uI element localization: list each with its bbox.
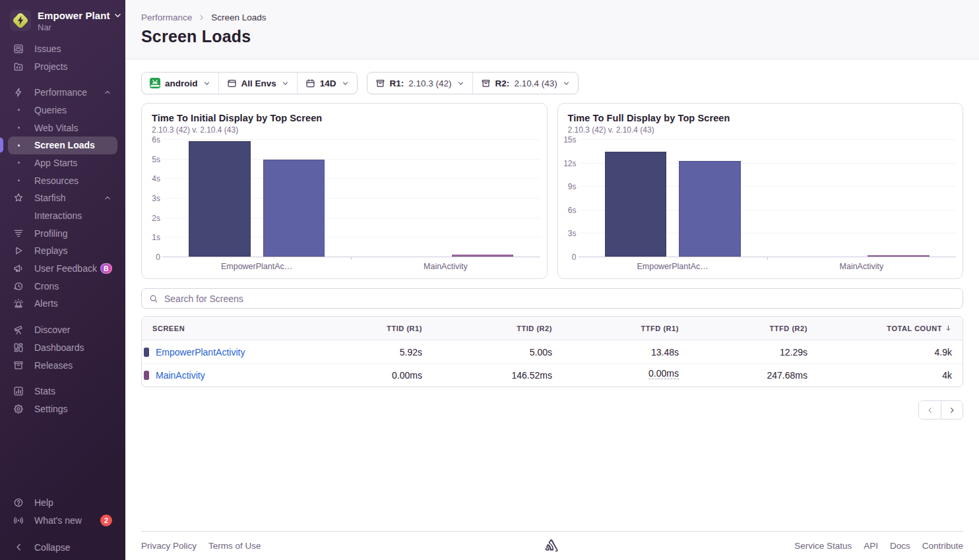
cell-value: 146.52ms [512, 370, 552, 381]
y-axis-tick-label: 2s [152, 214, 160, 222]
x-axis-category-label: MainActivity [767, 262, 956, 271]
sidebar-item-label: Projects [34, 61, 112, 72]
sidebar-collapse-button[interactable]: Collapse [8, 538, 117, 556]
sidebar-item-projects[interactable]: Projects [8, 57, 117, 75]
search-icon [149, 294, 158, 303]
footer-link-api[interactable]: API [864, 541, 878, 551]
screen-link[interactable]: MainActivity [156, 370, 205, 381]
sidebar-item-starfish[interactable]: Starfish [8, 189, 117, 207]
chart-panel-ttid: Time To Initial Display by Top Screen 2.… [141, 103, 548, 279]
footer-link-service-status[interactable]: Service Status [794, 541, 852, 551]
chart-subtitle: 2.10.3 (42) v. 2.10.4 (43) [568, 125, 957, 135]
sidebar-item-issues[interactable]: Issues [8, 40, 117, 58]
y-axis-tick-label: 3s [568, 230, 577, 237]
release2-filter[interactable]: R2: 2.10.4 (43) [472, 73, 578, 94]
bar-empowerplantac-r1[interactable] [189, 141, 251, 257]
next-page-button[interactable] [941, 401, 963, 419]
sidebar-item-label: Replays [34, 245, 112, 256]
breadcrumb-current: Screen Loads [211, 13, 266, 22]
chart-title: Time To Full Display by Top Screen [568, 113, 957, 123]
x-axis-category-label: EmpowerPlantAc… [162, 262, 351, 271]
screen-cell: EmpowerPlantActivity [142, 340, 307, 363]
bar-mainactivity-r2[interactable] [452, 255, 514, 257]
chevron-up-icon [104, 88, 111, 96]
android-platform-icon [150, 78, 160, 88]
previous-page-button[interactable] [919, 401, 941, 419]
sidebar-item-performance[interactable]: Performance [8, 84, 117, 102]
sidebar-bottom: HelpWhat's new2 Collapse [0, 494, 125, 560]
bar-empowerplantac-r2[interactable] [263, 160, 325, 257]
screen-link[interactable]: EmpowerPlantActivity [156, 347, 245, 358]
breadcrumb-performance[interactable]: Performance [141, 13, 192, 22]
footer-link-privacy-policy[interactable]: Privacy Policy [141, 541, 197, 551]
chart-panel-ttfd: Time To Full Display by Top Screen 2.10.… [557, 103, 964, 279]
sidebar-item-web-vitals[interactable]: Web Vitals [8, 119, 117, 137]
table-cell: 12.29s [689, 340, 818, 363]
org-switcher[interactable]: Empower Plant Nar [0, 0, 125, 32]
history-icon [13, 281, 24, 292]
footer-link-terms-of-use[interactable]: Terms of Use [208, 541, 261, 551]
column-header-ttfd-r1-[interactable]: TTFD (R1) [563, 317, 689, 340]
sidebar-item-app-starts[interactable]: App Starts [8, 154, 117, 172]
sidebar-item-discover[interactable]: Discover [8, 321, 117, 339]
sidebar-item-resources[interactable]: Resources [8, 171, 117, 189]
sidebar-item-label: Help [34, 497, 112, 508]
column-header-ttid-r1-[interactable]: TTID (R1) [307, 317, 433, 340]
sidebar-item-stats[interactable]: Stats [8, 383, 117, 400]
column-header-ttid-r2-[interactable]: TTID (R2) [433, 317, 563, 340]
footer-link-contribute[interactable]: Contribute [922, 541, 963, 551]
release1-filter[interactable]: R1: 2.10.3 (42) [367, 73, 472, 94]
table-cell: 247.68ms [689, 363, 818, 387]
dashboards-icon [13, 342, 24, 353]
sidebar-item-label: Alerts [34, 298, 112, 309]
bar-empowerplantac-r1[interactable] [605, 152, 667, 257]
org-avatar [10, 10, 31, 31]
sidebar-item-screen-loads[interactable]: Screen Loads [8, 137, 117, 154]
bar-mainactivity-r2[interactable] [868, 255, 930, 257]
column-header-label: TOTAL COUNT [887, 325, 942, 332]
sidebar-item-label: Resources [34, 175, 112, 186]
chart-plot-area: 03s6s9s12s15sEmpowerPlantAc…MainActivity [579, 140, 957, 257]
sidebar-item-replays[interactable]: Replays [8, 242, 117, 260]
release1-prefix: R1: [390, 78, 404, 88]
search-input[interactable] [164, 294, 955, 304]
project-filter-label: android [165, 78, 198, 88]
page-header: Performance Screen Loads Screen Loads [125, 0, 979, 59]
table-cell: 13.48s [563, 340, 689, 363]
environment-filter[interactable]: All Envs [218, 73, 297, 94]
chevron-up-icon [104, 194, 111, 202]
sidebar-item-releases[interactable]: Releases [8, 356, 117, 374]
sidebar-item-queries[interactable]: Queries [8, 102, 117, 119]
lightning-icon [13, 87, 24, 98]
bullet-icon [13, 144, 24, 146]
column-header-ttfd-r2-[interactable]: TTFD (R2) [689, 317, 818, 340]
column-header-label: TTFD (R2) [770, 325, 808, 332]
column-header-screen[interactable]: SCREEN [142, 317, 307, 340]
bar-empowerplantac-r2[interactable] [679, 161, 741, 257]
pagination [141, 400, 963, 420]
sidebar-item-profiling[interactable]: Profiling [8, 224, 117, 242]
footer-link-docs[interactable]: Docs [890, 541, 910, 551]
nav-section: DiscoverDashboardsReleases [8, 321, 117, 374]
cell-value: 4k [942, 370, 952, 381]
sidebar-item-alerts[interactable]: Alerts [8, 295, 117, 313]
date-range-filter[interactable]: 14D [297, 73, 357, 94]
sidebar-item-user-feedback[interactable]: User FeedbackB [8, 260, 117, 278]
sidebar-item-label: Profiling [34, 228, 112, 239]
sidebar-item-crons[interactable]: Crons [8, 277, 117, 295]
sidebar-item-help[interactable]: Help [8, 494, 117, 512]
star-icon [13, 193, 24, 203]
sidebar-item-dashboards[interactable]: Dashboards [8, 339, 117, 357]
sidebar-item-whats-new[interactable]: What's new2 [8, 512, 117, 530]
table-header-row: SCREENTTID (R1)TTID (R2)TTFD (R1)TTFD (R… [142, 317, 963, 340]
chevron-left-icon [13, 542, 24, 553]
y-axis-tick-label: 15s [563, 136, 576, 144]
sidebar-item-interactions[interactable]: Interactions [8, 207, 117, 225]
sidebar-item-settings[interactable]: Settings [8, 400, 117, 418]
project-filter[interactable]: android [142, 73, 218, 94]
x-axis-tick [351, 257, 352, 260]
cell-value: 12.29s [780, 347, 807, 358]
projects-icon [13, 61, 24, 72]
sidebar-item-label: Settings [34, 404, 112, 414]
column-header-total-count[interactable]: TOTAL COUNT [818, 317, 963, 340]
